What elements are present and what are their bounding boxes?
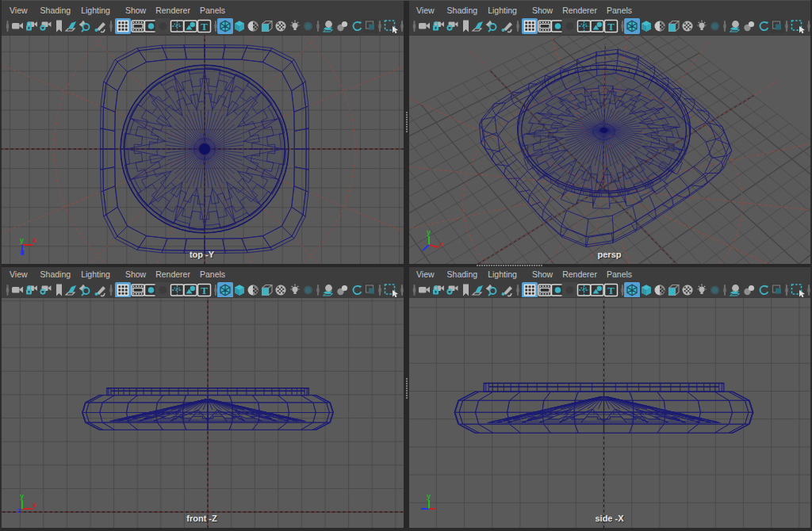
svg-text:y: y <box>20 236 24 244</box>
svg-text:x: x <box>33 501 36 509</box>
svg-text:x: x <box>439 240 443 248</box>
svg-text:x: x <box>33 236 36 244</box>
svg-text:y: y <box>427 492 431 500</box>
svg-text:y: y <box>427 228 431 236</box>
svg-text:y: y <box>20 492 24 500</box>
